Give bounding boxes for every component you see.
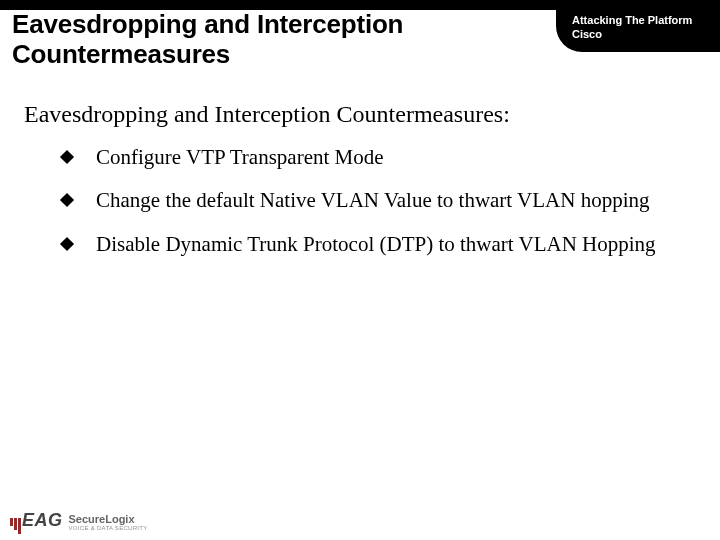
diamond-bullet-icon bbox=[60, 237, 74, 251]
logo-brand-block: SecureLogix VOICE & DATA SECURITY bbox=[69, 514, 148, 531]
footer-logo: EAG SecureLogix VOICE & DATA SECURITY bbox=[10, 510, 148, 534]
diamond-bullet-icon bbox=[60, 193, 74, 207]
bullet-list: Configure VTP Transparent Mode Change th… bbox=[62, 145, 696, 258]
chapter-badge: Attacking The Platform Cisco bbox=[556, 10, 720, 52]
diamond-bullet-icon bbox=[60, 150, 74, 164]
logo-mark: EAG bbox=[10, 510, 63, 534]
list-item-text: Disable Dynamic Trunk Protocol (DTP) to … bbox=[96, 232, 656, 256]
subheading: Eavesdropping and Interception Counterme… bbox=[24, 100, 696, 129]
logo-stripes-icon bbox=[10, 518, 21, 534]
slide-header: Eavesdropping and Interception Counterme… bbox=[0, 0, 720, 74]
list-item-text: Change the default Native VLAN Value to … bbox=[96, 188, 649, 212]
slide-title: Eavesdropping and Interception Counterme… bbox=[12, 10, 552, 70]
chapter-line-1: Attacking The Platform bbox=[572, 14, 714, 28]
list-item: Disable Dynamic Trunk Protocol (DTP) to … bbox=[62, 232, 696, 258]
slide: Eavesdropping and Interception Counterme… bbox=[0, 0, 720, 540]
list-item: Configure VTP Transparent Mode bbox=[62, 145, 696, 171]
chapter-line-2: Cisco bbox=[572, 28, 714, 42]
logo-brand: SecureLogix bbox=[69, 513, 135, 525]
list-item: Change the default Native VLAN Value to … bbox=[62, 188, 696, 214]
list-item-text: Configure VTP Transparent Mode bbox=[96, 145, 384, 169]
logo-tagline: VOICE & DATA SECURITY bbox=[69, 525, 148, 531]
logo-initials: EAG bbox=[22, 510, 63, 531]
slide-body: Eavesdropping and Interception Counterme… bbox=[0, 100, 720, 258]
